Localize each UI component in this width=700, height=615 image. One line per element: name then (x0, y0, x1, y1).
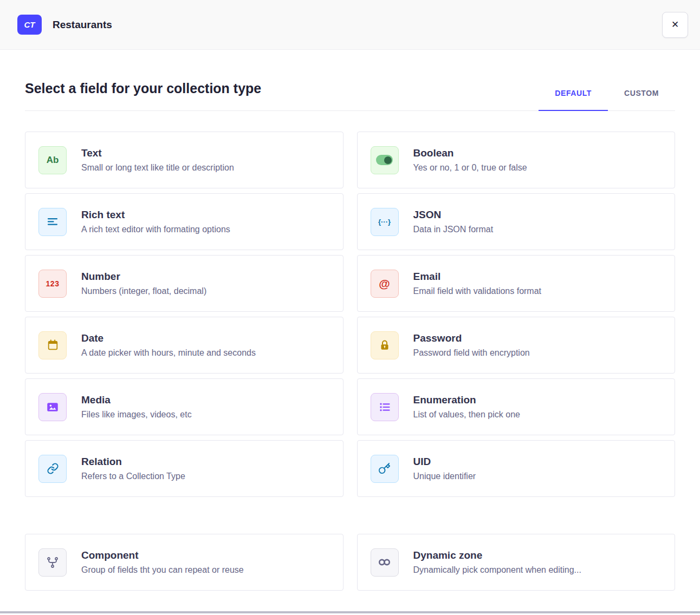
field-title: Email (413, 271, 542, 283)
field-card-rich-text[interactable]: Rich text A rich text editor with format… (25, 193, 343, 250)
field-description: Password field with encryption (413, 348, 530, 358)
field-card-relation[interactable]: Relation Refers to a Collection Type (25, 440, 343, 497)
field-description: Numbers (integer, float, decimal) (81, 286, 206, 296)
close-button[interactable]: ✕ (662, 12, 688, 38)
field-title: Enumeration (413, 394, 520, 406)
field-card-date[interactable]: Date A date picker with hours, minute an… (25, 317, 343, 374)
field-card-password[interactable]: Password Password field with encryption (357, 317, 676, 374)
field-title: Number (81, 271, 206, 283)
field-description: A rich text editor with formating option… (81, 225, 230, 234)
title-row: Select a field for your collection type … (25, 80, 675, 111)
enumeration-list-icon (371, 393, 399, 421)
field-description: Unique identifier (413, 472, 476, 481)
text-field-icon: Ab (38, 146, 67, 174)
field-description: Email field with validations format (413, 286, 542, 296)
field-description: Refers to a Collection Type (81, 472, 185, 481)
field-title: UID (413, 456, 476, 468)
modal-body: Select a field for your collection type … (0, 80, 700, 591)
field-description: Dynamically pick component when editing.… (413, 565, 581, 575)
number-icon: 123 (38, 270, 67, 298)
field-title: Component (81, 549, 244, 561)
json-icon: {···} (371, 208, 399, 236)
field-card-component[interactable]: Component Group of fields tht you can re… (25, 534, 343, 591)
field-card-boolean[interactable]: Boolean Yes or no, 1 or 0, true or false (357, 132, 676, 188)
field-card-number[interactable]: 123 Number Numbers (integer, float, deci… (25, 255, 343, 312)
modal-footer-divider (0, 611, 700, 613)
field-card-text[interactable]: Ab Text Small or long text like title or… (25, 132, 343, 188)
field-card-email[interactable]: @ Email Email field with validations for… (357, 255, 676, 312)
field-card-media[interactable]: Media Files like images, videos, etc (25, 378, 343, 435)
field-title: Boolean (413, 147, 527, 159)
email-icon: @ (371, 270, 399, 298)
dynamic-zone-infinity-icon (371, 548, 399, 577)
advanced-fields-grid: Component Group of fields tht you can re… (25, 534, 675, 591)
tab-default[interactable]: DEFAULT (539, 89, 608, 110)
field-description: Data in JSON format (413, 225, 494, 234)
field-card-enumeration[interactable]: Enumeration List of values, then pick on… (357, 378, 676, 435)
field-card-uid[interactable]: UID Unique identifier (357, 440, 676, 497)
page-title: Select a field for your collection type (25, 80, 261, 96)
field-description: Small or long text like title or descrip… (81, 163, 234, 173)
relation-link-icon (38, 455, 67, 483)
field-description: A date picker with hours, minute and sec… (81, 348, 256, 358)
boolean-toggle-icon (371, 146, 399, 174)
field-title: Text (81, 147, 234, 159)
uid-key-icon (371, 455, 399, 483)
field-title: Password (413, 332, 530, 344)
field-title: Dynamic zone (413, 549, 581, 561)
tab-bar: DEFAULT CUSTOM (539, 89, 675, 110)
fields-grid: Ab Text Small or long text like title or… (25, 132, 675, 497)
field-title: Media (81, 394, 192, 406)
field-card-dynamic-zone[interactable]: Dynamic zone Dynamically pick component … (357, 534, 676, 591)
field-title: Date (81, 332, 256, 344)
field-title: Rich text (81, 209, 230, 221)
media-image-icon (38, 393, 67, 421)
lock-icon (371, 331, 399, 359)
content-type-badge: CT (17, 15, 42, 35)
content-type-badge-label: CT (24, 20, 35, 29)
field-card-json[interactable]: {···} JSON Data in JSON format (357, 193, 676, 250)
field-title: JSON (413, 209, 494, 221)
rich-text-icon (38, 208, 67, 236)
field-description: List of values, then pick one (413, 410, 520, 420)
tab-custom[interactable]: CUSTOM (608, 89, 675, 110)
field-description: Files like images, videos, etc (81, 410, 192, 420)
field-description: Group of fields tht you can repeat or re… (81, 565, 244, 575)
field-description: Yes or no, 1 or 0, true or false (413, 163, 527, 173)
calendar-icon (38, 331, 67, 359)
modal-title: Restaurants (53, 19, 112, 31)
close-icon: ✕ (671, 19, 679, 30)
component-branch-icon (38, 548, 67, 577)
modal-header: CT Restaurants ✕ (0, 0, 700, 50)
field-title: Relation (81, 456, 185, 468)
